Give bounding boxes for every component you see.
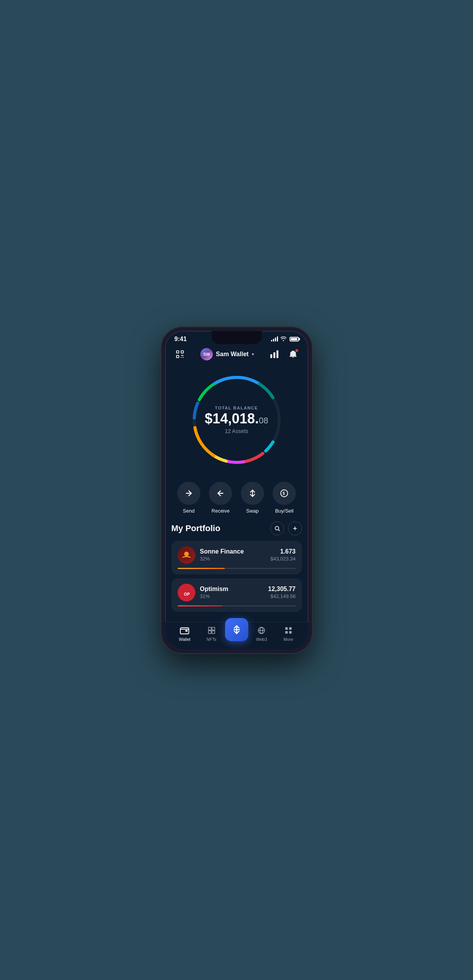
swap-label: Swap <box>246 508 259 514</box>
send-label: Send <box>183 508 195 514</box>
buysell-button[interactable]: $ Buy/Sell <box>273 482 296 514</box>
svg-point-24 <box>275 526 278 530</box>
more-icon <box>283 625 293 635</box>
svg-rect-8 <box>276 350 278 358</box>
receive-label: Receive <box>212 508 230 514</box>
user-menu-button[interactable]: SW Sam Wallet ▾ <box>200 348 254 360</box>
asset-progress-fill-optimism <box>178 605 222 606</box>
notch <box>212 331 262 344</box>
buysell-icon: $ <box>273 482 296 505</box>
signal-icon <box>271 336 278 341</box>
notification-button[interactable] <box>286 347 300 361</box>
asset-usd-sonne: $43,023.34 <box>270 556 295 562</box>
balance-label: TOTAL BALANCE <box>205 406 268 410</box>
user-name: Sam Wallet <box>216 351 249 358</box>
asset-info-sonne: Sonne Finance 32% <box>200 548 266 562</box>
svg-rect-0 <box>176 351 179 353</box>
svg-rect-44 <box>289 627 292 629</box>
svg-rect-6 <box>270 354 272 358</box>
chart-button[interactable] <box>268 347 281 361</box>
asset-progress-fill-sonne <box>178 568 225 569</box>
send-button[interactable]: Send <box>177 482 200 514</box>
asset-name-optimism: Optimism <box>200 586 264 593</box>
chevron-down-icon: ▾ <box>252 352 254 357</box>
phone-frame: 9:41 <box>161 327 312 653</box>
wifi-icon <box>280 336 287 342</box>
web3-icon <box>256 625 266 635</box>
svg-rect-1 <box>181 351 183 353</box>
svg-rect-46 <box>289 631 292 633</box>
svg-rect-37 <box>212 630 215 633</box>
portfolio-ring: TOTAL BALANCE $14,018.08 12 Assets <box>186 370 287 470</box>
svg-point-29 <box>184 552 189 556</box>
nav-item-nfts[interactable]: NFTs <box>198 625 225 642</box>
asset-values-optimism: 12,305.77 $42,149.56 <box>268 586 295 599</box>
buysell-label: Buy/Sell <box>275 508 293 514</box>
avatar: SW <box>200 348 213 360</box>
nfts-icon <box>207 625 217 635</box>
scanner-button[interactable] <box>173 347 187 361</box>
asset-values-sonne: 1.673 $43,023.34 <box>270 548 295 562</box>
battery-icon <box>290 337 299 341</box>
asset-amount-optimism: 12,305.77 <box>268 586 295 593</box>
wallet-icon <box>180 625 190 635</box>
balance-cents: 08 <box>259 416 268 425</box>
swap-icon <box>241 482 264 505</box>
svg-rect-33 <box>185 630 188 632</box>
status-time: 9:41 <box>175 336 187 343</box>
asset-amount-sonne: 1.673 <box>270 548 295 555</box>
swap-button[interactable]: Swap <box>241 482 264 514</box>
asset-progress-optimism <box>178 605 296 606</box>
svg-line-5 <box>183 357 183 358</box>
header-actions <box>268 347 300 361</box>
svg-rect-34 <box>209 627 211 630</box>
asset-info-optimism: Optimism 31% <box>200 586 264 599</box>
portfolio-title: My Portfolio <box>171 523 220 533</box>
svg-rect-45 <box>285 631 288 633</box>
svg-rect-36 <box>209 630 211 633</box>
wallet-nav-label: Wallet <box>179 637 190 642</box>
asset-pct-sonne: 32% <box>200 556 266 562</box>
svg-rect-2 <box>176 355 179 358</box>
header: SW Sam Wallet ▾ <box>165 344 308 366</box>
portfolio-section: My Portfolio <box>165 521 308 622</box>
send-icon <box>177 482 200 505</box>
nav-item-more[interactable]: More <box>275 625 302 642</box>
balance-assets: 12 Assets <box>205 428 268 434</box>
asset-card-optimism[interactable]: OP Optimism 31% 12,305.77 $42,149.56 <box>171 578 302 612</box>
asset-card-sonne[interactable]: Sonne Finance 32% 1.673 $43,023.34 <box>171 541 302 574</box>
svg-rect-35 <box>212 627 215 630</box>
web3-nav-label: Web3 <box>256 637 267 642</box>
asset-name-sonne: Sonne Finance <box>200 548 266 555</box>
search-button[interactable] <box>270 521 284 535</box>
asset-progress-sonne <box>178 568 296 569</box>
svg-line-25 <box>278 530 280 531</box>
svg-rect-7 <box>273 352 275 358</box>
svg-rect-43 <box>285 627 288 629</box>
svg-text:OP: OP <box>184 591 190 596</box>
more-nav-label: More <box>283 637 293 642</box>
asset-logo-sonne <box>178 546 195 564</box>
asset-logo-optimism: OP <box>178 584 195 601</box>
receive-button[interactable]: Receive <box>209 482 232 514</box>
notification-badge <box>295 349 298 352</box>
asset-pct-optimism: 31% <box>200 593 264 599</box>
nav-item-wallet[interactable]: Wallet <box>171 625 198 642</box>
svg-text:$: $ <box>283 491 285 496</box>
balance-section: TOTAL BALANCE $14,018.08 12 Assets <box>165 366 308 478</box>
action-buttons: Send Receive Swap <box>165 478 308 521</box>
portfolio-header-actions <box>270 521 302 535</box>
receive-icon <box>209 482 232 505</box>
swap-center-button[interactable] <box>225 618 248 641</box>
add-asset-button[interactable] <box>288 521 302 535</box>
nfts-nav-label: NFTs <box>207 637 217 642</box>
balance-amount: $14,018.08 <box>205 412 268 426</box>
portfolio-header: My Portfolio <box>171 521 302 535</box>
status-icons <box>271 336 299 342</box>
balance-whole: $14,018. <box>205 411 259 426</box>
balance-display: TOTAL BALANCE $14,018.08 12 Assets <box>205 406 268 434</box>
bottom-nav: Wallet NFTs <box>165 622 308 649</box>
asset-usd-optimism: $42,149.56 <box>268 593 295 599</box>
nav-item-web3[interactable]: Web3 <box>248 625 275 642</box>
